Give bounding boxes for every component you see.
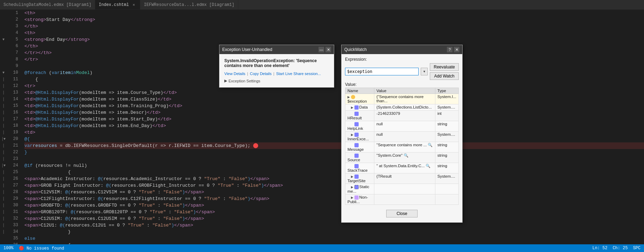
fold-line: │ (0, 169, 7, 176)
code-line-24: @if (resources != null) (24, 162, 644, 169)
fold-line: │ (0, 176, 7, 182)
fold-line: │▼ (0, 162, 7, 169)
code-line-9 (24, 63, 644, 69)
watch-name-cell: ▶ StackTrace (345, 163, 374, 173)
expression-input[interactable] (345, 68, 419, 75)
close-button[interactable]: Close (386, 210, 418, 217)
watch-value-cell (374, 184, 435, 194)
tab-label-active: Index.cshtml (99, 2, 129, 7)
code-line-30: <span>GROBFTD: @(resources.GROBFTD == 0 … (24, 202, 644, 209)
code-line-32: <span>C12USIM: @(resources.C12USIM == 0 … (24, 215, 644, 222)
fold-line (0, 56, 7, 63)
fold-gutter: ▼ ▼ │ │ │ │ │ │ │ │ │ │▼ │ │ │ │▼ │ │ │ … (0, 10, 7, 244)
fold-line: │ (0, 123, 7, 129)
watch-row-4: ▶ InnerExce...nullSystem.... (345, 131, 459, 142)
fold-line: ▼ (0, 69, 7, 76)
fold-line: │ (0, 109, 7, 116)
exception-settings[interactable]: ▶ Exception Settings (224, 79, 329, 83)
line-numbers: 1234567891011121314151617181920212223242… (7, 10, 21, 244)
code-line-1: <th> (24, 10, 644, 16)
watch-row-7: ▶ StackTrace" at System.Data.Entity.C...… (345, 163, 459, 173)
quickwatch-titlebar: QuickWatch ? ✕ (342, 45, 462, 54)
fold-line: │ (0, 142, 7, 149)
close-exception-button[interactable]: ✕ (325, 47, 331, 52)
view-details-link[interactable]: View Details (224, 72, 245, 76)
watch-type-cell: System.... (435, 131, 458, 142)
code-line-5: <strong>End Day</strong> (24, 36, 644, 43)
char-indicator: Ch: 25 (613, 246, 628, 251)
status-right: Ln: 52 Ch: 25 SPC (592, 246, 641, 251)
exception-dialog: Exception User-Unhandled — ✕ System.Inva… (219, 45, 334, 88)
watch-type-cell: int (435, 110, 458, 121)
fold-line: │ (0, 215, 7, 222)
status-bar: 100% 🔴 No issues found Ln: 52 Ch: 25 SPC (0, 244, 644, 252)
fold-line: │ (0, 103, 7, 109)
fold-line: │ (0, 83, 7, 89)
minimize-button[interactable]: — (319, 47, 324, 52)
watch-type-cell: string (435, 163, 458, 173)
tab-label-iefw: IEFWResourceData...l.edmx [Diagram1] (144, 2, 234, 7)
watch-name-cell: ▶ $exception (345, 94, 374, 104)
reevaluate-button[interactable]: Reevaluate (430, 63, 459, 71)
code-line-28: <span>C12VSIM: @(resources.C12VSIM == 0 … (24, 189, 644, 195)
fold-line (0, 23, 7, 30)
value-label: Value: (345, 82, 459, 87)
code-line-22: } (24, 149, 644, 156)
fold-line: │ (0, 195, 7, 202)
watch-name-cell: ▶ TargetSite (345, 173, 374, 184)
quickwatch-title: QuickWatch (344, 47, 367, 52)
code-line-12: <tr> (24, 83, 644, 89)
watch-row-5: ▶ Message"Sequence contains more ... 🔍st… (345, 142, 459, 152)
fold-line: │ (0, 189, 7, 195)
watch-name-cell: ▶ Static me... (345, 184, 374, 194)
add-watch-button[interactable]: Add Watch (430, 72, 459, 80)
qw-close-title-button[interactable]: ✕ (454, 47, 459, 52)
watch-value-cell: " at System.Data.Entity.C... 🔍 (374, 163, 435, 173)
exception-title: Exception User-Unhandled (222, 47, 272, 52)
fold-line (0, 50, 7, 56)
code-line-20: @{ (24, 136, 644, 142)
qw-help-button[interactable]: ? (447, 47, 452, 52)
code-line-27: <span>GROB Flight Instructor: @(resource… (24, 182, 644, 189)
fold-line: │ (0, 76, 7, 83)
watch-name-cell: ▶ InnerExce... (345, 131, 374, 142)
tab-scheduling[interactable]: SchedulingDataModel.edmx [Diagram1] (0, 0, 95, 9)
watch-type-cell (435, 184, 458, 194)
watch-name-cell: ▶ Non-Publi... (345, 194, 374, 205)
fold-line: │ (0, 89, 7, 96)
quickwatch-body: Expression: ▼ Reevaluate Add Watch Value… (342, 54, 462, 222)
watch-value-cell: "System.Core" 🔍 (374, 152, 435, 163)
watch-row-10: ▶ Non-Publi... (345, 194, 459, 205)
watch-row-0: ▶ $exception{"Sequence contains more tha… (345, 94, 459, 104)
watch-name-cell: ▶ Message (345, 142, 374, 152)
code-line-31: <span>GROB120TP: @(resources.GROB120TP =… (24, 209, 644, 215)
watch-name-cell: ▶ Source (345, 152, 374, 163)
tab-iefw[interactable]: IEFWResourceData...l.edmx [Diagram1] (140, 0, 238, 9)
fold-line: │ (0, 96, 7, 103)
fold-line: │▼ (0, 136, 7, 142)
watch-row-6: ▶ Source"System.Core" 🔍string (345, 152, 459, 163)
code-line-34: } (24, 229, 644, 235)
code-line-18: <td>@Html.DisplayFor(modelItem => item.E… (24, 123, 644, 129)
col-value: Value (374, 88, 435, 94)
watch-row-1: ▶ Data{System.Collections.ListDicto...Sy… (345, 104, 459, 110)
code-line-29: <span>C12FlightInstructor: @(resources.C… (24, 195, 644, 202)
code-line-13: <td>@Html.DisplayFor(modelItem => item.C… (24, 89, 644, 96)
tab-close-icon[interactable]: ✕ (131, 2, 136, 8)
exception-message: System.InvalidOperationException: 'Seque… (224, 58, 329, 68)
tab-index[interactable]: Index.cshtml ✕ (95, 0, 140, 9)
watch-type-cell: System.I... (435, 94, 458, 104)
fold-line: │ (0, 202, 7, 209)
watch-row-3: ▶ HelpLinknullstring (345, 121, 459, 131)
expression-dropdown[interactable]: ▼ (421, 68, 428, 75)
fold-line: │ (0, 182, 7, 189)
code-line-36: { (24, 242, 644, 244)
copy-details-link[interactable]: Copy Details (250, 72, 271, 76)
col-name: Name (345, 88, 374, 94)
watch-row-8: ▶ TargetSite{TResult System.... (345, 173, 459, 184)
expression-label: Expression: (345, 57, 459, 62)
qw-action-buttons: Reevaluate Add Watch (430, 63, 459, 80)
start-live-share-link[interactable]: Start Live Share session... (276, 72, 321, 76)
watch-name-cell: ▶ Data (345, 104, 374, 110)
watch-value-cell: {TResult (374, 173, 435, 184)
